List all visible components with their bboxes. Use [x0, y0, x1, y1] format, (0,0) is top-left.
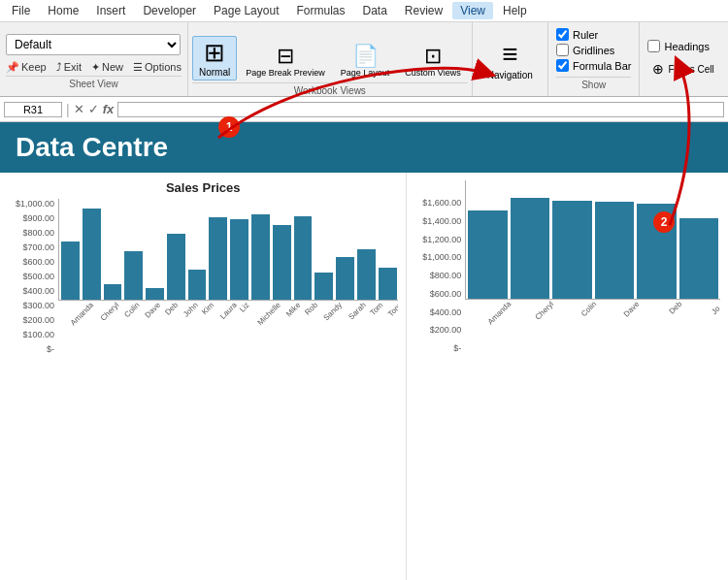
menu-formulas[interactable]: Formulas: [288, 2, 352, 19]
options-button[interactable]: ☰ Options: [133, 61, 182, 74]
ruler-check[interactable]: Ruler: [556, 28, 632, 41]
insert-function-icon[interactable]: fx: [103, 102, 115, 116]
annotation-2: 2: [653, 211, 675, 233]
workbook-views-label: Workbook Views: [192, 82, 468, 96]
y-label-3: $700.00: [22, 242, 54, 252]
page-break-preview-button[interactable]: ⊟ Page Break Preview: [239, 42, 332, 81]
focus-cell-button[interactable]: ⊕ Focus Cell: [647, 59, 718, 79]
ruler-checkbox[interactable]: [556, 28, 569, 41]
y-label-5: $500.00: [22, 272, 54, 281]
rbar-colin: [552, 201, 591, 299]
main-content: Sales Prices $1,000.00 $900.00 $800.00 $…: [0, 173, 728, 580]
ry-label-2: $1,200.00: [422, 235, 461, 244]
bar-dave: [124, 251, 143, 300]
rbar-dave: [595, 202, 634, 299]
navigation-button[interactable]: ≡ Navigation: [480, 35, 540, 83]
formula-bar: | ✕ ✓ fx 1: [0, 97, 728, 122]
page-title: Data Centre: [16, 132, 168, 163]
menu-bar: File Home Insert Developer Page Layout F…: [0, 0, 728, 22]
custom-views-icon: ⊡: [424, 45, 442, 68]
sheet-view-actions: 📌 Keep ⤴ Exit ✦ New ☰ Options: [6, 61, 182, 74]
y-label-0: $1,000.00: [16, 199, 54, 209]
menu-help[interactable]: Help: [495, 2, 535, 19]
normal-icon: ⊞: [204, 39, 225, 67]
normal-view-button[interactable]: ⊞ Normal: [192, 36, 237, 81]
new-button[interactable]: ✦ New: [91, 61, 123, 74]
menu-data[interactable]: Data: [354, 2, 394, 19]
ry-label-5: $600.00: [430, 289, 462, 299]
formula-bar-check[interactable]: Formula Bar: [556, 59, 632, 72]
bar-colin: [104, 284, 122, 300]
gridlines-check[interactable]: Gridlines: [556, 44, 632, 56]
page-break-icon: ⊟: [277, 45, 294, 68]
bar-deb: [146, 288, 164, 300]
annotation-1: 1: [218, 116, 240, 138]
sheet-view-group: Default 📌 Keep ⤴ Exit ✦ New: [0, 22, 188, 96]
options-icon: ☰: [133, 61, 143, 74]
page-layout-button[interactable]: 📄 Page Layout: [334, 42, 397, 81]
show-group: Ruler Gridlines Formula Bar Show: [548, 22, 641, 96]
y-label-2: $800.00: [22, 228, 54, 238]
headings-section: Headings ⊕ Focus Cell: [640, 22, 726, 96]
bar-liz: [230, 219, 248, 300]
focus-cell-icon: ⊕: [652, 61, 664, 77]
right-chart-container: $1,600.00 $1,400.00 $1,200.00 $1,000.00 …: [407, 173, 728, 580]
gridlines-checkbox[interactable]: [556, 44, 569, 56]
formula-input[interactable]: [117, 102, 724, 117]
right-chart-bars: [465, 180, 720, 300]
sheet-view-label: Sheet View: [6, 76, 182, 89]
bar-tom: [357, 249, 376, 300]
exit-button[interactable]: ⤴ Exit: [56, 61, 82, 73]
formula-divider: |: [66, 102, 70, 117]
menu-insert[interactable]: Insert: [88, 2, 133, 19]
rbar-cheryl: [511, 198, 549, 299]
new-icon: ✦: [91, 61, 100, 74]
y-label-4: $600.00: [22, 257, 54, 267]
confirm-formula-icon[interactable]: ✓: [88, 102, 99, 116]
ry-label-0: $1,600.00: [422, 198, 461, 208]
menu-file[interactable]: File: [4, 2, 38, 19]
cell-ref-input[interactable]: [4, 102, 62, 117]
bar-laura: [209, 217, 227, 300]
page-layout-icon: 📄: [352, 45, 379, 68]
left-chart-title: Sales Prices: [8, 180, 398, 195]
custom-views-button[interactable]: ⊡ Custom Views: [398, 42, 467, 81]
menu-review[interactable]: Review: [397, 2, 450, 19]
y-label-8: $200.00: [22, 315, 54, 325]
bar-tony: [379, 268, 397, 300]
navigation-group: ≡ Navigation: [473, 22, 548, 96]
y-label-6: $400.00: [22, 286, 54, 296]
y-label-9: $100.00: [22, 330, 54, 339]
bar-rob: [294, 216, 313, 300]
headings-checkbox[interactable]: [647, 40, 660, 52]
rbar-amanda: [468, 210, 507, 300]
formula-icons: ✕ ✓ fx: [74, 102, 115, 116]
sheet-view-dropdown[interactable]: Default: [6, 34, 181, 55]
exit-icon: ⤴: [56, 61, 62, 73]
menu-view[interactable]: View: [452, 2, 493, 19]
menu-developer[interactable]: Developer: [135, 2, 204, 19]
show-label: Show: [556, 77, 632, 90]
formula-bar-checkbox[interactable]: [556, 59, 569, 72]
keep-button[interactable]: 📌 Keep: [6, 61, 47, 74]
bar-sandy: [314, 273, 333, 300]
y-label-7: $300.00: [22, 301, 54, 310]
left-chart-container: Sales Prices $1,000.00 $900.00 $800.00 $…: [0, 173, 407, 580]
ry-label-1: $1,400.00: [422, 216, 461, 226]
page-header: Data Centre: [0, 122, 728, 173]
bar-sarah: [336, 257, 354, 300]
bar-michelle: [251, 214, 270, 300]
ry-label-3: $1,000.00: [422, 252, 461, 262]
navigation-icon: ≡: [502, 39, 517, 70]
headings-check[interactable]: Headings: [647, 40, 718, 52]
y-label-1: $900.00: [22, 213, 54, 223]
bar-kim: [188, 270, 207, 300]
bar-john: [167, 234, 185, 300]
keep-icon: 📌: [6, 61, 19, 74]
navigation-spacer: [480, 85, 540, 87]
y-label-10: $-: [47, 344, 54, 354]
ry-label-8: $-: [453, 343, 461, 353]
menu-page-layout[interactable]: Page Layout: [206, 2, 286, 19]
menu-home[interactable]: Home: [40, 2, 86, 19]
cancel-formula-icon[interactable]: ✕: [74, 102, 84, 116]
